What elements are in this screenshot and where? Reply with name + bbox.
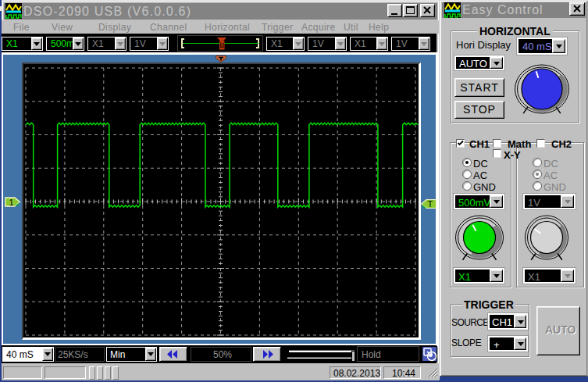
svg-text:1: 1 xyxy=(9,198,14,207)
svg-text:T: T xyxy=(428,199,433,209)
